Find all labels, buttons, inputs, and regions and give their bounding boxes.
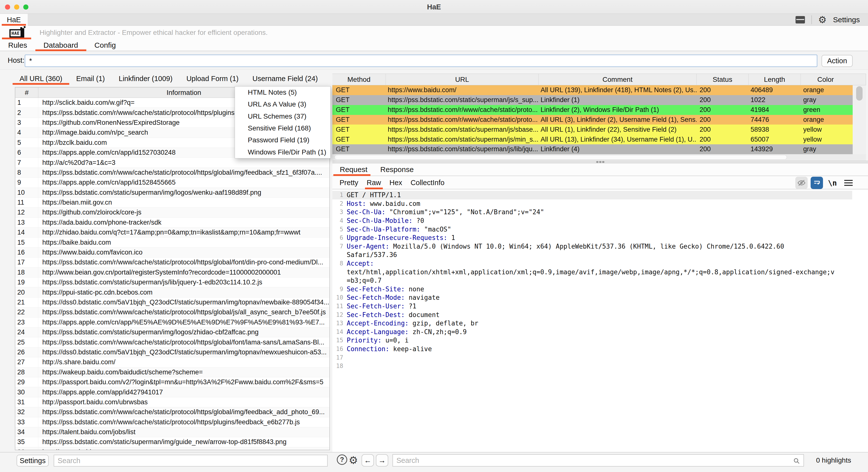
tab-hae[interactable]: HaE bbox=[0, 14, 28, 26]
column-header-color[interactable]: Color bbox=[801, 74, 850, 85]
line-number: 2 bbox=[332, 200, 343, 207]
raw-request-editor[interactable]: 1GET / HTTP/1.12Host: www.baidu.com3Sec-… bbox=[332, 190, 868, 452]
editor-search-input[interactable] bbox=[393, 455, 803, 466]
line-text: text/html,application/xhtml+xml,applicat… bbox=[347, 268, 834, 276]
table-row[interactable]: GEThttps://pss.bdstatic.com/static/super… bbox=[332, 125, 852, 134]
column-header-url[interactable]: URL bbox=[386, 74, 538, 85]
data-tab-1[interactable]: Email (1) bbox=[69, 72, 112, 85]
table-row[interactable]: 9https://apps.apple.com/cn/app/id1528455… bbox=[16, 178, 330, 188]
data-tab-2[interactable]: Linkfinder (1009) bbox=[112, 72, 180, 85]
line-text: Priority: u=0, i bbox=[347, 337, 408, 344]
left-search-input[interactable] bbox=[54, 455, 328, 467]
column-header-method[interactable]: Method bbox=[332, 74, 386, 85]
layout-window-icon[interactable] bbox=[796, 16, 805, 24]
table-row[interactable]: 14http://zhidao.baidu.com/q?ct=17&amp;pn… bbox=[16, 228, 330, 237]
tab-hex[interactable]: Hex bbox=[385, 176, 407, 189]
menu-item-5[interactable]: Windows File/Dir Path (1) bbox=[235, 146, 330, 158]
settings-gear-icon[interactable]: ⚙ bbox=[818, 15, 827, 25]
newline-toggle[interactable]: \n bbox=[826, 179, 839, 187]
cell-length: 58938 bbox=[749, 125, 801, 134]
table-row[interactable]: 17https://pss.bdstatic.com/r/www/cache/s… bbox=[16, 258, 330, 267]
table-row[interactable]: 19https://pss.bdstatic.com/static/superm… bbox=[16, 277, 330, 288]
table-row[interactable]: 15https://baike.baidu.com bbox=[16, 237, 330, 247]
table-row[interactable]: 21https://dss0.bdstatic.com/5aV1bjqh_Q23… bbox=[16, 298, 330, 307]
settings-button[interactable]: Settings bbox=[833, 15, 860, 24]
hae-logo: HAE bbox=[9, 27, 27, 38]
table-row[interactable]: 26https://dss0.bdstatic.com/5aV1bjqh_Q23… bbox=[16, 347, 330, 357]
tab-response[interactable]: Response bbox=[374, 164, 420, 175]
host-input[interactable] bbox=[25, 55, 817, 67]
hae-burp-window: HaE HaE ⚙ Settings HAE Highlighter and E… bbox=[0, 0, 868, 472]
next-match-button[interactable]: → bbox=[376, 454, 388, 467]
left-settings-button[interactable]: Settings bbox=[17, 455, 49, 467]
table-row[interactable]: 30https://apps.apple.com/app/id427941017 bbox=[16, 387, 330, 397]
row-index: 5 bbox=[16, 138, 38, 147]
panel-splitter[interactable] bbox=[332, 161, 868, 163]
tab-request[interactable]: Request bbox=[333, 164, 374, 175]
editor-settings-gear-icon[interactable]: ⚙ bbox=[349, 452, 358, 468]
table-row[interactable]: GEThttps://pss.bdstatic.com/r/www/cache/… bbox=[332, 115, 852, 125]
menu-item-1[interactable]: URL As A Value (3) bbox=[235, 98, 330, 110]
prev-match-button[interactable]: ← bbox=[362, 454, 374, 467]
menu-item-3[interactable]: Sensitive Field (168) bbox=[235, 122, 330, 134]
tab-collectinfo[interactable]: CollectInfo bbox=[406, 176, 448, 189]
table-row[interactable]: 8https://pss.bdstatic.com/r/www/cache/st… bbox=[16, 168, 330, 178]
menu-item-0[interactable]: HTML Notes (5) bbox=[235, 87, 330, 98]
column-header-length[interactable]: Length bbox=[749, 74, 801, 85]
word-wrap-button[interactable] bbox=[811, 177, 823, 189]
menu-item-4[interactable]: Password Field (19) bbox=[235, 134, 330, 146]
hide-nonprintable-button[interactable] bbox=[795, 177, 808, 189]
column-header-comment[interactable]: Comment bbox=[538, 74, 696, 85]
line-number: 6 bbox=[332, 234, 343, 241]
table-row[interactable]: 12https://github.com/zloirock/core-js bbox=[16, 208, 330, 217]
row-index: 7 bbox=[16, 158, 38, 167]
table-row[interactable]: 23https://apps.apple.com/cn/app/%E5%AE%9… bbox=[16, 317, 330, 328]
table-row[interactable]: 18http://www.beian.gov.cn/portal/registe… bbox=[16, 268, 330, 277]
table-row[interactable]: 24https://pss.bdstatic.com/static/superm… bbox=[16, 328, 330, 337]
row-url: https://ada.baidu.com/phone-tracker/sdk bbox=[38, 219, 330, 226]
cell-status: 200 bbox=[696, 134, 749, 144]
table-row[interactable]: 31http://passport.baidu.com/ubrwsbas bbox=[16, 397, 330, 407]
right-table-scrollbar[interactable] bbox=[856, 86, 863, 101]
table-row[interactable]: 28https://wakeup.baidu.com/baidudict/sch… bbox=[16, 368, 330, 377]
row-index: 13 bbox=[16, 218, 38, 227]
tab-rules[interactable]: Rules bbox=[0, 39, 35, 50]
tab-raw[interactable]: Raw bbox=[363, 176, 385, 189]
table-row[interactable]: 16https://www.baidu.com/favicon.ico bbox=[16, 247, 330, 258]
editor-menu-icon[interactable] bbox=[842, 180, 852, 186]
data-tab-3[interactable]: Upload Form (1) bbox=[180, 72, 246, 85]
column-header-status[interactable]: Status bbox=[696, 74, 749, 85]
table-row[interactable]: 11https://beian.miit.gov.cn bbox=[16, 198, 330, 208]
table-row[interactable]: 7http://a/c%20d?a=1&c=3 bbox=[16, 158, 330, 168]
table-row[interactable]: 36http://sestat.baidu.com bbox=[16, 447, 330, 450]
table-row[interactable]: 10https://pss.bdstatic.com/static/superm… bbox=[16, 188, 330, 198]
table-row[interactable]: 13https://ada.baidu.com/phone-tracker/sd… bbox=[16, 218, 330, 228]
table-row[interactable]: 32https://pss.bdstatic.com/r/www/cache/s… bbox=[16, 407, 330, 417]
cell-color: orange bbox=[801, 115, 850, 125]
table-row[interactable]: GEThttps://pss.bdstatic.com/static/super… bbox=[332, 144, 852, 154]
tab-config[interactable]: Config bbox=[86, 39, 124, 50]
table-row[interactable]: 20https://ppui-static-pc.cdn.bcebos.com bbox=[16, 288, 330, 297]
right-table-hscrollbar[interactable] bbox=[334, 155, 787, 160]
table-row[interactable]: 35https://pss.bdstatic.com/static/superm… bbox=[16, 437, 330, 447]
table-row[interactable]: 33https://pss.bdstatic.com/r/www/cache/s… bbox=[16, 417, 330, 427]
table-row[interactable]: 29https://passport.baidu.com/v2/?login&t… bbox=[16, 377, 330, 387]
tab-pretty[interactable]: Pretty bbox=[335, 176, 363, 189]
table-row[interactable]: 25https://pss.bdstatic.com/r/www/cache/s… bbox=[16, 337, 330, 347]
table-row[interactable]: 34https://talent.baidu.com/jobs/list bbox=[16, 427, 330, 437]
table-row[interactable]: 22https://pss.bdstatic.com/r/www/cache/s… bbox=[16, 307, 330, 317]
help-button[interactable]: ? bbox=[337, 454, 347, 465]
table-row[interactable]: GEThttps://pss.bdstatic.com/static/super… bbox=[332, 95, 852, 105]
row-index: 30 bbox=[16, 387, 38, 397]
table-row[interactable]: 27http://s.share.baidu.com/ bbox=[16, 357, 330, 367]
tab-databoard[interactable]: Databoard bbox=[35, 39, 86, 50]
table-row[interactable]: GEThttps://pss.bdstatic.com/r/www/cache/… bbox=[332, 105, 852, 115]
data-tab-4[interactable]: Username Field (24) bbox=[246, 72, 325, 85]
table-row[interactable]: GEThttps://www.baidu.com/All URL (139), … bbox=[332, 85, 852, 95]
column-header-index[interactable]: # bbox=[16, 88, 38, 98]
table-row[interactable]: GEThttps://pss.bdstatic.com/static/super… bbox=[332, 134, 852, 144]
menu-item-2[interactable]: URL Schemes (37) bbox=[235, 110, 330, 122]
row-index: 26 bbox=[16, 347, 38, 357]
action-button[interactable]: Action bbox=[822, 55, 852, 67]
data-tab-0[interactable]: All URL (360) bbox=[12, 72, 69, 85]
